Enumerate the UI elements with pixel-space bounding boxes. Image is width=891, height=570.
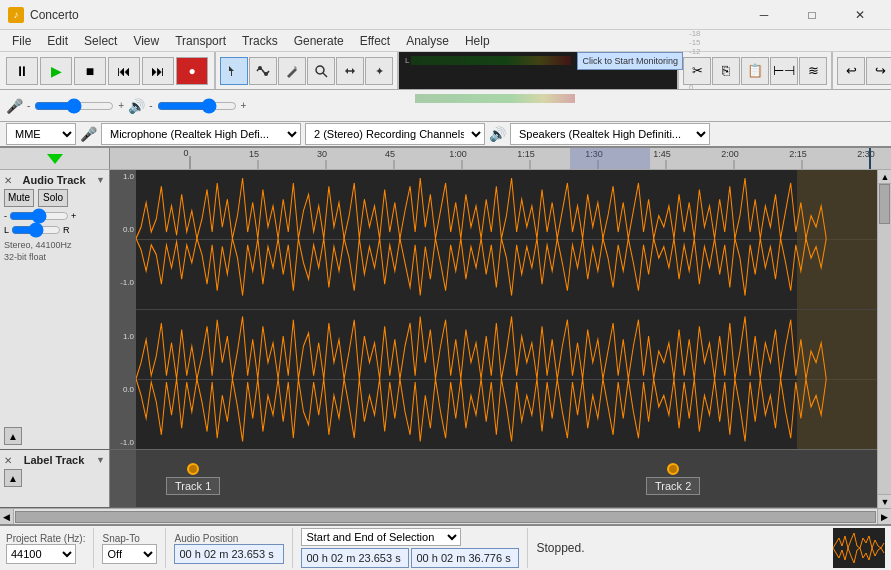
menu-effect[interactable]: Effect	[352, 32, 398, 50]
amp-0-0-top: 0.0	[123, 225, 134, 234]
label-marker-1[interactable]: Track 1	[166, 463, 220, 495]
app-icon: ♪	[8, 7, 24, 23]
vscroll-down-button[interactable]: ▼	[878, 494, 891, 508]
hscroll-right-button[interactable]: ▶	[877, 509, 891, 525]
snap-to-select[interactable]: Off	[102, 544, 157, 564]
solo-button[interactable]: Solo	[38, 189, 68, 207]
menu-generate[interactable]: Generate	[286, 32, 352, 50]
collapse-btn-container: ▲	[4, 427, 105, 445]
menu-view[interactable]: View	[125, 32, 167, 50]
menu-select[interactable]: Select	[76, 32, 125, 50]
minimize-button[interactable]: ─	[741, 0, 787, 30]
paste-tool[interactable]: 📋	[741, 57, 769, 85]
hscroll-track	[15, 511, 876, 523]
app-title: Concerto	[30, 8, 79, 22]
vol-minus: -	[4, 211, 7, 221]
titlebar-left: ♪ Concerto	[8, 7, 79, 23]
record-button[interactable]: ●	[176, 57, 208, 85]
snap-to-section: Snap-To Off	[102, 528, 166, 568]
project-rate-section: Project Rate (Hz): 44100	[6, 528, 94, 568]
track-close-btn[interactable]: ✕	[4, 175, 12, 186]
svg-line-3	[323, 73, 327, 77]
selection-displays: 00 h 02 m 23.653 s 00 h 02 m 36.776 s	[301, 548, 519, 568]
vscroll-up-button[interactable]: ▲	[878, 170, 891, 184]
track-dropdown-btn[interactable]: ▼	[96, 175, 105, 185]
api-select[interactable]: MME	[6, 123, 76, 145]
multi-tool[interactable]: ✦	[365, 57, 393, 85]
selection-start-display[interactable]: 00 h 02 m 23.653 s	[301, 548, 409, 568]
svg-text:1:45: 1:45	[653, 149, 671, 159]
redo-button[interactable]: ↪	[866, 57, 891, 85]
zoom-tool[interactable]	[307, 57, 335, 85]
close-button[interactable]: ✕	[837, 0, 883, 30]
pan-r: R	[63, 225, 70, 235]
amp-1-0-b: 1.0	[123, 332, 134, 341]
maximize-button[interactable]: □	[789, 0, 835, 30]
menu-tracks[interactable]: Tracks	[234, 32, 286, 50]
label-track-dropdown-btn[interactable]: ▼	[96, 455, 105, 465]
label-scale-spacer	[110, 450, 136, 507]
titlebar-controls: ─ □ ✕	[741, 0, 883, 30]
amplitude-scale: 1.0 0.0 -1.0 1.0 0.0 -1.0	[110, 170, 136, 449]
mute-button[interactable]: Mute	[4, 189, 34, 207]
track-pan-slider[interactable]	[11, 224, 61, 236]
output-volume-slider[interactable]	[157, 98, 237, 114]
label-text-1: Track 1	[166, 477, 220, 495]
svg-text:2:00: 2:00	[721, 149, 739, 159]
pause-button[interactable]: ⏸	[6, 57, 38, 85]
waveform-display	[136, 170, 877, 449]
svg-text:2:15: 2:15	[789, 149, 807, 159]
draw-tool[interactable]	[278, 57, 306, 85]
menu-file[interactable]: File	[4, 32, 39, 50]
track-collapse-button[interactable]: ▲	[4, 427, 22, 445]
skip-forward-button[interactable]: ⏭	[142, 57, 174, 85]
label-pin-2	[667, 463, 679, 475]
vol-minus-label: -	[27, 100, 30, 111]
label-track-close-btn[interactable]: ✕	[4, 455, 12, 466]
speaker-icon: 🔊	[128, 98, 145, 114]
vu-row-l: L Click to Start Monitoring -18 -15 -12 …	[405, 29, 671, 92]
vu-bar-r	[415, 94, 575, 103]
label-marker-2[interactable]: Track 2	[646, 463, 700, 495]
selection-end-display[interactable]: 00 h 02 m 36.776 s	[411, 548, 519, 568]
label-track-collapse-button[interactable]: ▲	[4, 469, 22, 487]
hscroll-left-button[interactable]: ◀	[0, 509, 14, 525]
selection-mode-select[interactable]: Start and End of Selection	[301, 528, 461, 546]
silence-tool[interactable]: ≋	[799, 57, 827, 85]
input-volume-slider[interactable]	[34, 98, 114, 114]
speaker-select[interactable]: Speakers (Realtek High Definiti...	[510, 123, 710, 145]
trim-tool[interactable]: ⊢⊣	[770, 57, 798, 85]
audio-position-display[interactable]: 00 h 02 m 23.653 s	[174, 544, 284, 564]
selection-tool[interactable]	[220, 57, 248, 85]
copy-tool[interactable]: ⎘	[712, 57, 740, 85]
channels-select[interactable]: 2 (Stereo) Recording Channels	[305, 123, 485, 145]
play-button[interactable]: ▶	[40, 57, 72, 85]
skip-back-button[interactable]: ⏮	[108, 57, 140, 85]
project-rate-select[interactable]: 44100	[6, 544, 76, 564]
svg-text:0: 0	[183, 148, 188, 158]
vol-plus-label: +	[118, 100, 124, 111]
tool-section-2: ✂ ⎘ 📋 ⊢⊣ ≋	[679, 52, 833, 89]
mic-select[interactable]: Microphone (Realtek High Defi...	[101, 123, 301, 145]
cut-tool[interactable]: ✂	[683, 57, 711, 85]
label-track-header: ✕ Label Track ▼ ▲	[0, 450, 110, 507]
track-volume-slider[interactable]	[9, 210, 69, 222]
undo-button[interactable]: ↩	[837, 57, 865, 85]
vscroll-thumb[interactable]	[879, 184, 890, 224]
project-rate-label: Project Rate (Hz):	[6, 533, 85, 544]
timeline-header-spacer	[0, 148, 110, 169]
envelope-tool[interactable]	[249, 57, 277, 85]
timeshift-tool[interactable]	[336, 57, 364, 85]
bottom-status-bar: Project Rate (Hz): 44100 Snap-To Off Aud…	[0, 524, 891, 570]
thumbnail-svg	[833, 528, 885, 568]
hscroll-thumb[interactable]	[15, 511, 876, 523]
svg-text:1:00: 1:00	[449, 149, 467, 159]
menu-edit[interactable]: Edit	[39, 32, 76, 50]
vu-bars-l	[411, 56, 571, 65]
speaker-device-icon: 🔊	[489, 126, 506, 142]
stop-button[interactable]: ■	[74, 57, 106, 85]
mic-icon: 🎤	[6, 98, 23, 114]
menu-transport[interactable]: Transport	[167, 32, 234, 50]
timeline-svg: 0 15 30 45 1:00 1:15 1:30 1:45 2:00 2:15	[110, 148, 890, 169]
monitor-button[interactable]: Click to Start Monitoring	[577, 52, 683, 70]
